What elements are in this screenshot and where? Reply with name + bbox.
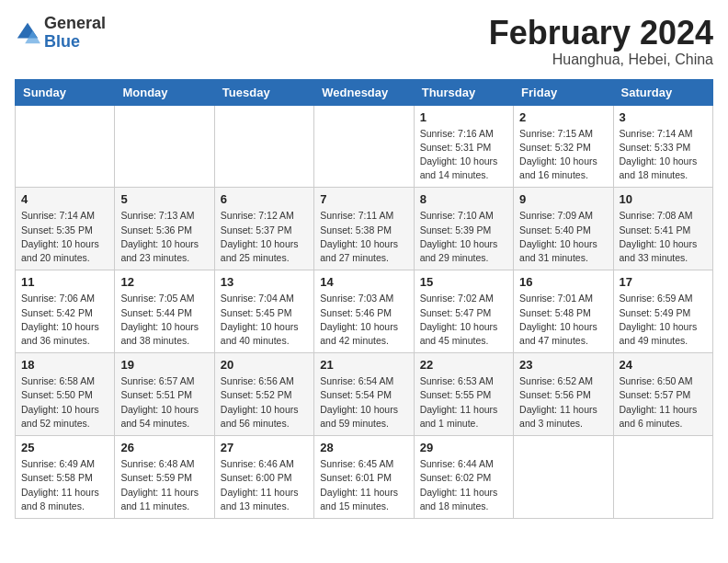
day-number: 23 [519,358,607,372]
day-info: Sunrise: 7:14 AMSunset: 5:33 PMDaylight:… [620,127,707,183]
day-cell: 23Sunrise: 6:52 AMSunset: 5:56 PMDayligh… [514,353,613,436]
day-cell: 11Sunrise: 7:06 AMSunset: 5:42 PMDayligh… [16,270,115,353]
day-number: 5 [120,192,208,206]
header-sunday: Sunday [16,79,115,105]
day-cell: 15Sunrise: 7:02 AMSunset: 5:47 PMDayligh… [414,270,513,353]
day-cell: 6Sunrise: 7:12 AMSunset: 5:37 PMDaylight… [214,188,313,270]
day-info: Sunrise: 6:50 AMSunset: 5:57 PMDaylight:… [620,374,707,431]
day-number: 3 [620,110,707,124]
day-number: 10 [620,192,707,206]
week-row-5: 25Sunrise: 6:49 AMSunset: 5:58 PMDayligh… [16,436,713,519]
day-info: Sunrise: 6:52 AMSunset: 5:56 PMDaylight:… [519,374,607,431]
day-cell: 22Sunrise: 6:53 AMSunset: 5:55 PMDayligh… [414,353,513,436]
day-cell [115,105,214,188]
day-cell: 26Sunrise: 6:48 AMSunset: 5:59 PMDayligh… [115,436,214,519]
day-info: Sunrise: 7:11 AMSunset: 5:38 PMDaylight:… [320,209,407,265]
week-row-3: 11Sunrise: 7:06 AMSunset: 5:42 PMDayligh… [16,270,713,353]
day-info: Sunrise: 7:09 AMSunset: 5:40 PMDaylight:… [519,209,607,265]
day-cell: 10Sunrise: 7:08 AMSunset: 5:41 PMDayligh… [613,188,712,270]
day-cell [514,436,613,519]
header-monday: Monday [115,79,214,105]
day-info: Sunrise: 6:58 AMSunset: 5:50 PMDaylight:… [21,374,108,431]
day-number: 9 [519,192,607,206]
day-info: Sunrise: 7:04 AMSunset: 5:45 PMDaylight:… [221,292,308,348]
day-cell [613,436,712,519]
day-info: Sunrise: 7:02 AMSunset: 5:47 PMDaylight:… [420,292,507,348]
day-info: Sunrise: 6:46 AMSunset: 6:00 PMDaylight:… [221,457,308,513]
day-number: 13 [221,275,308,289]
day-info: Sunrise: 7:05 AMSunset: 5:44 PMDaylight:… [120,292,208,348]
day-cell: 4Sunrise: 7:14 AMSunset: 5:35 PMDaylight… [16,188,115,270]
day-info: Sunrise: 7:15 AMSunset: 5:32 PMDaylight:… [519,127,607,183]
calendar-table: SundayMondayTuesdayWednesdayThursdayFrid… [15,79,713,519]
day-cell: 27Sunrise: 6:46 AMSunset: 6:00 PMDayligh… [214,436,313,519]
day-number: 1 [420,110,507,124]
day-info: Sunrise: 7:14 AMSunset: 5:35 PMDaylight:… [21,209,108,265]
day-info: Sunrise: 7:06 AMSunset: 5:42 PMDaylight:… [21,292,108,348]
day-cell: 28Sunrise: 6:45 AMSunset: 6:01 PMDayligh… [314,436,414,519]
day-info: Sunrise: 6:57 AMSunset: 5:51 PMDaylight:… [120,374,208,431]
day-number: 18 [21,358,108,372]
page-header: General Blue February 2024 Huanghua, Heb… [15,15,713,68]
month-title: February 2024 [489,15,713,52]
week-row-2: 4Sunrise: 7:14 AMSunset: 5:35 PMDaylight… [16,188,713,270]
day-number: 2 [519,110,607,124]
logo-blue: Blue [44,32,80,51]
day-number: 4 [21,192,108,206]
day-info: Sunrise: 7:03 AMSunset: 5:46 PMDaylight:… [320,292,407,348]
day-number: 19 [120,358,208,372]
day-number: 28 [320,441,407,454]
title-block: February 2024 Huanghua, Hebei, China [489,15,713,68]
day-cell [214,105,313,188]
day-cell: 12Sunrise: 7:05 AMSunset: 5:44 PMDayligh… [115,270,214,353]
location-subtitle: Huanghua, Hebei, China [489,52,713,68]
header-thursday: Thursday [414,79,513,105]
day-info: Sunrise: 6:53 AMSunset: 5:55 PMDaylight:… [420,374,507,431]
week-row-1: 1Sunrise: 7:16 AMSunset: 5:31 PMDaylight… [16,105,713,188]
day-info: Sunrise: 6:56 AMSunset: 5:52 PMDaylight:… [221,374,308,431]
day-cell: 7Sunrise: 7:11 AMSunset: 5:38 PMDaylight… [314,188,414,270]
day-number: 14 [320,275,407,289]
day-number: 12 [120,275,208,289]
logo-icon [15,20,40,46]
day-info: Sunrise: 6:48 AMSunset: 5:59 PMDaylight:… [120,457,208,513]
day-number: 25 [21,441,108,454]
day-number: 24 [620,358,707,372]
header-friday: Friday [514,79,613,105]
logo: General Blue [15,15,106,52]
day-number: 22 [420,358,507,372]
header-wednesday: Wednesday [314,79,414,105]
day-cell: 18Sunrise: 6:58 AMSunset: 5:50 PMDayligh… [16,353,115,436]
day-info: Sunrise: 7:13 AMSunset: 5:36 PMDaylight:… [120,209,208,265]
calendar-body: 1Sunrise: 7:16 AMSunset: 5:31 PMDaylight… [16,105,713,518]
day-number: 21 [320,358,407,372]
day-info: Sunrise: 7:01 AMSunset: 5:48 PMDaylight:… [519,292,607,348]
week-row-4: 18Sunrise: 6:58 AMSunset: 5:50 PMDayligh… [16,353,713,436]
day-cell: 14Sunrise: 7:03 AMSunset: 5:46 PMDayligh… [314,270,414,353]
day-info: Sunrise: 7:16 AMSunset: 5:31 PMDaylight:… [420,127,507,183]
day-cell: 8Sunrise: 7:10 AMSunset: 5:39 PMDaylight… [414,188,513,270]
day-info: Sunrise: 7:10 AMSunset: 5:39 PMDaylight:… [420,209,507,265]
day-number: 11 [21,275,108,289]
day-info: Sunrise: 6:49 AMSunset: 5:58 PMDaylight:… [21,457,108,513]
day-cell [16,105,115,188]
day-cell: 5Sunrise: 7:13 AMSunset: 5:36 PMDaylight… [115,188,214,270]
logo-general: General [44,14,106,32]
day-info: Sunrise: 7:08 AMSunset: 5:41 PMDaylight:… [620,209,707,265]
day-cell: 17Sunrise: 6:59 AMSunset: 5:49 PMDayligh… [613,270,712,353]
day-info: Sunrise: 6:59 AMSunset: 5:49 PMDaylight:… [620,292,707,348]
day-number: 17 [620,275,707,289]
day-info: Sunrise: 6:54 AMSunset: 5:54 PMDaylight:… [320,374,407,431]
day-number: 6 [221,192,308,206]
day-info: Sunrise: 7:12 AMSunset: 5:37 PMDaylight:… [221,209,308,265]
day-cell: 16Sunrise: 7:01 AMSunset: 5:48 PMDayligh… [514,270,613,353]
day-number: 15 [420,275,507,289]
day-number: 29 [420,441,507,454]
day-number: 16 [519,275,607,289]
day-number: 26 [120,441,208,454]
day-number: 7 [320,192,407,206]
calendar-header-row: SundayMondayTuesdayWednesdayThursdayFrid… [16,79,713,105]
day-cell: 9Sunrise: 7:09 AMSunset: 5:40 PMDaylight… [514,188,613,270]
day-cell: 24Sunrise: 6:50 AMSunset: 5:57 PMDayligh… [613,353,712,436]
day-info: Sunrise: 6:45 AMSunset: 6:01 PMDaylight:… [320,457,407,513]
